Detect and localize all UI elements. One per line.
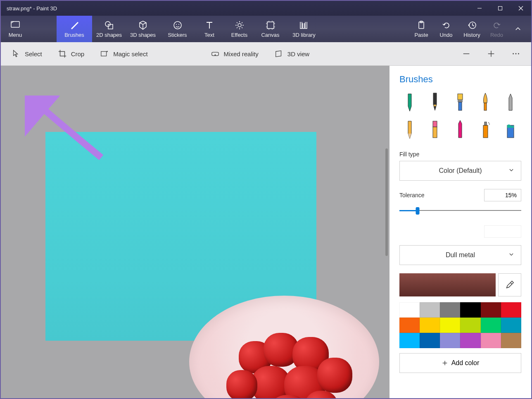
opacity-input[interactable] — [484, 225, 521, 238]
3d-shapes-tab[interactable]: 3D shapes — [126, 16, 160, 42]
text-label: Text — [204, 32, 214, 38]
plate-illustration — [189, 296, 379, 399]
svg-rect-1 — [499, 7, 502, 10]
select-tool[interactable]: Select — [7, 47, 47, 61]
brushes-label: Brushes — [64, 32, 84, 38]
oil-brush[interactable] — [450, 92, 471, 112]
pencil-brush[interactable] — [399, 119, 420, 139]
magic-label: Magic select — [113, 50, 147, 57]
svg-rect-19 — [267, 22, 274, 29]
color-swatch[interactable] — [399, 318, 420, 333]
window-title: straw.png* - Paint 3D — [7, 5, 57, 12]
current-color-swatch[interactable] — [399, 273, 496, 296]
eraser-brush[interactable] — [425, 119, 446, 139]
shapes3d-label: 3D shapes — [130, 32, 156, 38]
undo-button[interactable]: Undo — [434, 16, 458, 42]
svg-line-17 — [237, 27, 238, 28]
3d-library-tab[interactable]: 3D library — [286, 16, 322, 42]
color-swatch[interactable] — [481, 302, 501, 318]
svg-rect-45 — [433, 127, 437, 138]
redo-button[interactable]: Redo — [485, 16, 508, 42]
canvas-area[interactable] — [1, 66, 390, 399]
watercolor-brush[interactable] — [475, 92, 496, 112]
eyedropper-button[interactable] — [498, 273, 521, 296]
svg-point-48 — [488, 122, 489, 123]
color-swatch[interactable] — [460, 333, 480, 348]
filltype-dropdown[interactable]: Color (Default) — [399, 161, 521, 181]
svg-rect-42 — [458, 102, 462, 110]
effects-tab[interactable]: Effects — [224, 16, 255, 42]
color-swatch[interactable] — [399, 302, 420, 318]
svg-rect-40 — [458, 94, 463, 100]
redo-label: Redo — [490, 32, 503, 38]
color-swatch[interactable] — [501, 333, 521, 348]
close-button[interactable] — [511, 1, 531, 16]
tolerance-slider[interactable] — [399, 205, 521, 215]
color-swatch[interactable] — [440, 302, 460, 318]
svg-point-9 — [178, 24, 179, 25]
text-tab[interactable]: Text — [195, 16, 224, 42]
svg-line-16 — [242, 27, 242, 28]
ribbon: Menu Brushes 2D shapes 3D shapes Sticker… — [1, 16, 531, 42]
svg-point-10 — [238, 24, 241, 27]
svg-point-7 — [174, 22, 181, 29]
svg-rect-41 — [458, 100, 463, 102]
brushes-tab[interactable]: Brushes — [57, 16, 92, 42]
panel-title: Brushes — [399, 74, 521, 85]
magic-select-tool[interactable]: Magic select — [95, 47, 152, 61]
add-color-label: Add color — [451, 359, 480, 367]
material-value: Dull metal — [446, 251, 475, 259]
stickers-tab[interactable]: Stickers — [160, 16, 195, 42]
svg-rect-31 — [101, 52, 107, 56]
paste-label: Paste — [414, 32, 428, 38]
color-swatch[interactable] — [440, 318, 460, 333]
color-swatch[interactable] — [481, 333, 501, 348]
color-swatch[interactable] — [440, 333, 460, 348]
side-panel: Brushes Fill type Color (Default) Tolera… — [390, 66, 531, 399]
svg-point-49 — [489, 124, 490, 124]
spray-can[interactable] — [475, 119, 496, 139]
crop-tool[interactable]: Crop — [53, 47, 90, 61]
svg-rect-32 — [211, 52, 218, 55]
svg-rect-6 — [108, 24, 113, 29]
svg-rect-39 — [434, 105, 436, 106]
secondary-toolbar: Select Crop Magic select Mixed reality 3… — [1, 42, 531, 66]
material-dropdown[interactable]: Dull metal — [399, 245, 521, 265]
zoom-in-button[interactable] — [482, 47, 501, 61]
color-swatch[interactable] — [420, 318, 440, 333]
color-swatch[interactable] — [460, 302, 480, 318]
2d-shapes-tab[interactable]: 2D shapes — [92, 16, 126, 42]
history-button[interactable]: History — [458, 16, 485, 42]
filltype-label: Fill type — [399, 151, 521, 158]
tolerance-input[interactable]: 15% — [484, 189, 521, 201]
svg-rect-47 — [484, 122, 487, 125]
add-color-button[interactable]: Add color — [399, 353, 521, 373]
marker-brush[interactable] — [399, 92, 420, 112]
titlebar: straw.png* - Paint 3D — [1, 1, 531, 16]
calligraphy-brush[interactable] — [425, 92, 446, 112]
color-swatch[interactable] — [420, 333, 440, 348]
3d-view-button[interactable]: 3D view — [269, 47, 314, 61]
color-swatch[interactable] — [420, 302, 440, 318]
chevron-down-icon — [508, 251, 514, 259]
mixed-reality-button[interactable]: Mixed reality — [206, 47, 264, 61]
canvas-tab[interactable]: Canvas — [255, 16, 286, 42]
color-swatch[interactable] — [399, 333, 420, 348]
scrollbar[interactable] — [385, 148, 388, 256]
menu-button[interactable]: Menu — [1, 16, 30, 42]
color-swatch[interactable] — [501, 318, 521, 333]
color-swatch[interactable] — [481, 318, 501, 333]
pixel-pen[interactable] — [500, 92, 521, 112]
paste-button[interactable]: Paste — [409, 16, 434, 42]
zoom-out-button[interactable] — [457, 47, 476, 61]
color-swatch[interactable] — [501, 302, 521, 318]
fill-brush[interactable] — [500, 119, 521, 139]
brush-grid — [399, 92, 521, 139]
minimize-button[interactable] — [469, 1, 490, 16]
crayon-brush[interactable] — [450, 119, 471, 139]
color-swatch[interactable] — [460, 318, 480, 333]
collapse-ribbon-button[interactable] — [508, 16, 528, 42]
canvas-image — [45, 132, 316, 341]
maximize-button[interactable] — [490, 1, 511, 16]
more-button[interactable] — [506, 47, 525, 61]
